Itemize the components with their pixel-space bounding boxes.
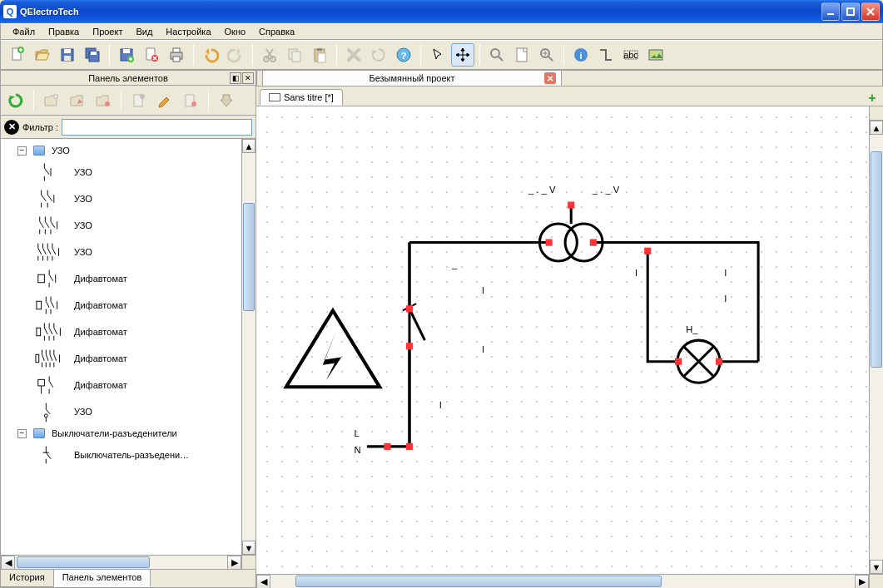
close-button[interactable] — [861, 2, 880, 21]
image-button[interactable] — [644, 43, 667, 67]
rotate-button[interactable] — [367, 43, 390, 67]
menu-view[interactable]: Вид — [129, 25, 159, 38]
properties-button[interactable]: i — [569, 43, 593, 67]
scroll-right-button[interactable]: ▶ — [855, 575, 869, 588]
scrollbar-thumb[interactable] — [17, 556, 150, 568]
panel-newelem-button[interactable] — [127, 89, 151, 112]
move-tool-button[interactable] — [451, 43, 474, 67]
scroll-down-button[interactable]: ▼ — [870, 560, 883, 574]
window-title: QElectroTech — [20, 7, 820, 17]
panel-editelem-button[interactable] — [153, 89, 176, 112]
tree-item[interactable]: Дифавтомат — [1, 345, 255, 372]
tree-item[interactable]: Дифавтомат — [1, 319, 255, 345]
drawing-canvas[interactable]: _ . _ V _ . _ V H_ L N _ I I I I I I — [256, 106, 869, 574]
tree-item[interactable]: Дифавтомат — [1, 265, 255, 292]
print-button[interactable] — [165, 43, 188, 67]
tree-item[interactable]: Дифавтомат — [1, 372, 255, 398]
page-button[interactable] — [510, 43, 533, 67]
panel-newfolder-button[interactable] — [40, 89, 63, 112]
closefile-button[interactable] — [140, 43, 163, 67]
paste-button[interactable] — [308, 43, 331, 67]
zoomfit-button[interactable] — [535, 43, 558, 67]
separator — [563, 45, 564, 65]
copy-button[interactable] — [283, 43, 306, 67]
filter-input[interactable] — [62, 119, 252, 136]
label-l: L — [355, 428, 360, 438]
clear-filter-icon[interactable]: ✕ — [4, 120, 19, 135]
element-icon — [34, 161, 67, 184]
menu-help[interactable]: Справка — [252, 25, 301, 38]
scroll-up-button[interactable]: ▲ — [242, 139, 255, 153]
svg-point-41 — [191, 101, 196, 106]
element-icon — [34, 373, 67, 397]
svg-rect-0 — [827, 13, 834, 15]
panel-refresh-button[interactable] — [4, 89, 27, 112]
cut-button[interactable] — [258, 43, 281, 67]
maximize-button[interactable] — [841, 2, 860, 21]
minimize-button[interactable] — [821, 2, 840, 21]
tree-group-switches[interactable]: − Выключатели-разъеденители — [1, 425, 255, 442]
scroll-right-button[interactable]: ▶ — [227, 556, 241, 570]
open-button[interactable] — [31, 43, 54, 67]
zoom-button[interactable] — [485, 43, 508, 67]
tree-item[interactable]: УЗО — [1, 398, 255, 425]
element-icon — [34, 214, 67, 237]
tree-item[interactable]: Дифавтомат — [1, 292, 255, 319]
panel-editfolder-button[interactable] — [66, 89, 89, 112]
tree-item[interactable]: Выключатель-разъедени… — [1, 442, 255, 468]
redo-button[interactable] — [224, 43, 247, 67]
tree-item[interactable]: УЗО — [1, 185, 255, 212]
collapse-icon[interactable]: − — [17, 146, 27, 156]
delete-button[interactable] — [342, 43, 365, 67]
panel-float-button[interactable]: ◧ — [230, 72, 241, 84]
panel-deletefolder-button[interactable] — [92, 89, 115, 112]
menu-file[interactable]: Файл — [6, 25, 42, 38]
tree-item[interactable]: УЗО — [1, 212, 255, 239]
canvas-scrollbar-horizontal[interactable]: ◀ ▶ — [256, 574, 883, 588]
scrollbar-thumb[interactable] — [243, 203, 255, 311]
sheet-tab[interactable]: Sans titre [*] — [260, 89, 343, 106]
menu-window[interactable]: Окно — [218, 25, 253, 38]
undo-button[interactable] — [199, 43, 222, 67]
new-button[interactable] — [6, 43, 29, 67]
tab-history[interactable]: История — [0, 570, 54, 587]
element-icon — [34, 294, 67, 317]
scroll-left-button[interactable]: ◀ — [256, 575, 270, 588]
tree-item-label: Дифавтомат — [74, 327, 127, 337]
tree-item[interactable]: УЗО — [1, 239, 255, 265]
add-sheet-button[interactable]: + — [865, 91, 880, 106]
tree-item[interactable]: УЗО — [1, 159, 255, 185]
svg-rect-44 — [37, 328, 41, 336]
scrollbar-thumb[interactable] — [871, 151, 882, 368]
project-tab-close[interactable]: ✕ — [544, 72, 556, 84]
select-tool-button[interactable] — [426, 43, 449, 67]
panel-import-button[interactable] — [215, 89, 238, 112]
menu-project[interactable]: Проект — [86, 25, 129, 38]
scroll-up-button[interactable]: ▲ — [870, 121, 883, 135]
collapse-icon[interactable]: − — [17, 429, 27, 438]
sheet-icon — [269, 93, 280, 101]
saveall-button[interactable] — [81, 43, 104, 67]
project-tab[interactable]: Безымянный проект ✕ — [262, 71, 562, 86]
scroll-left-button[interactable]: ◀ — [1, 556, 15, 570]
canvas-scrollbar-vertical[interactable]: ▲ ▼ — [869, 106, 883, 574]
textbox-button[interactable]: abc — [619, 43, 642, 67]
svg-text:i: i — [579, 51, 582, 61]
scroll-down-button[interactable]: ▼ — [242, 541, 255, 555]
tab-elements[interactable]: Панель элементов — [53, 570, 151, 587]
info-button[interactable]: ? — [392, 43, 415, 67]
conductor-button[interactable] — [594, 43, 618, 67]
scrollbar-thumb[interactable] — [295, 576, 662, 587]
saveas-button[interactable] — [115, 43, 138, 67]
menu-settings[interactable]: Настройка — [159, 25, 217, 38]
tree-scrollbar-vertical[interactable]: ▲ ▼ — [241, 139, 255, 555]
menu-edit[interactable]: Правка — [42, 25, 86, 38]
tree-group-uzo[interactable]: − УЗО — [1, 142, 255, 159]
tree-scrollbar-horizontal[interactable]: ◀ ▶ — [1, 555, 255, 569]
panel-close-button[interactable]: ✕ — [242, 72, 254, 84]
panel-deleteelem-button[interactable] — [179, 89, 202, 112]
elements-tree[interactable]: − УЗО УЗО УЗО УЗО УЗО — [1, 139, 255, 555]
folder-icon — [33, 428, 45, 438]
save-button[interactable] — [56, 43, 79, 67]
svg-rect-43 — [37, 301, 42, 309]
